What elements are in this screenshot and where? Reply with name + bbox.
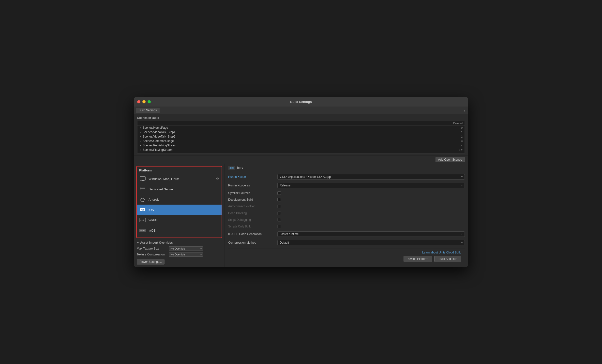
run-in-xcode-label[interactable]: Run in Xcode — [228, 175, 277, 179]
autoconnect-profiler-checkbox[interactable] — [277, 205, 281, 208]
close-button[interactable] — [137, 100, 140, 103]
script-debugging-value — [277, 218, 465, 222]
il2cpp-value: Faster runtime ▾ — [277, 231, 465, 237]
deep-profiling-value — [277, 211, 465, 215]
ios-icon: iOS — [139, 206, 146, 213]
scene-path-4: Scenes/PublishingStream — [143, 144, 176, 147]
scenes-in-build-label: Scenes In Build — [137, 116, 465, 120]
gear-icon: ⚙ — [216, 177, 219, 181]
platform-name-android: Android — [149, 198, 160, 201]
platform-item-android[interactable]: Android — [137, 194, 222, 205]
svg-rect-14 — [145, 199, 145, 201]
run-in-xcode-as-label: Run in Xcode as — [228, 184, 277, 187]
run-in-xcode-as-text: Release — [280, 184, 290, 187]
texture-compression-select-wrapper: No Override — [169, 252, 203, 257]
scene-num-1: 1 — [461, 131, 463, 134]
svg-point-11 — [142, 200, 142, 200]
cloud-build-link[interactable]: Learn about Unity Cloud Build — [422, 251, 461, 254]
scene-check-4: ✓ — [139, 144, 142, 147]
switch-platform-button[interactable]: Switch Platform — [404, 256, 432, 262]
bottom-bar: Learn about Unity Cloud Build Switch Pla… — [228, 249, 465, 265]
build-and-run-button[interactable]: Build And Run — [434, 256, 461, 262]
svg-rect-13 — [140, 199, 140, 201]
svg-line-10 — [144, 198, 144, 198]
android-icon — [139, 196, 146, 203]
il2cpp-dropdown[interactable]: Faster runtime ▾ — [277, 231, 465, 237]
svg-point-5 — [144, 188, 144, 188]
il2cpp-text: Faster runtime — [280, 232, 299, 236]
autoconnect-profiler-value — [277, 205, 465, 208]
scenes-section: Scenes In Build Deleted ✓ Scenes/HomePag… — [134, 114, 468, 156]
tvos-badge: tvOS — [139, 229, 146, 232]
scene-item: ✓ Scenes/PublishingStream 4 — [137, 143, 465, 148]
script-debugging-checkbox[interactable] — [277, 218, 281, 222]
scene-check-0: ✓ — [139, 126, 142, 129]
right-panel: iOS iOS Run in Xcode v.13.4 /Application… — [225, 164, 468, 267]
scene-num-0: 0 — [461, 126, 463, 129]
run-in-xcode-text: v.13.4 /Applications / Xcode-13.4.0.app — [280, 175, 331, 179]
platform-item-tvos[interactable]: tvOS tvOS — [137, 225, 222, 236]
scene-check-1: ✓ — [139, 131, 142, 134]
texture-compression-label: Texture Compression — [137, 253, 169, 256]
ios-panel-title: iOS — [237, 166, 243, 170]
action-buttons: Switch Platform Build And Run — [404, 256, 461, 262]
ios-header-badge: iOS — [228, 166, 235, 170]
content-area: Scenes In Build Deleted ✓ Scenes/HomePag… — [134, 114, 468, 267]
scene-num-3: 3 — [461, 140, 463, 142]
scene-path-0: Scenes/HomePage — [143, 126, 168, 129]
scene-item: ✓ Scenes/CommonUsage 3 — [137, 139, 465, 143]
il2cpp-label: IL2CPP Code Generation — [228, 232, 277, 236]
platform-item-windows[interactable]: Windows, Mac, Linux ⚙ — [137, 174, 222, 184]
run-in-xcode-dropdown[interactable]: v.13.4 /Applications / Xcode-13.4.0.app … — [277, 174, 465, 180]
run-in-xcode-value: v.13.4 /Applications / Xcode-13.4.0.app … — [277, 174, 465, 180]
tab-build-settings[interactable]: Build Settings — [136, 108, 160, 113]
scene-check-5: ✓ — [139, 148, 142, 152]
symlink-sources-checkbox[interactable] — [277, 191, 281, 195]
deleted-column-header: Deleted — [453, 122, 463, 125]
asset-import-label: ▼ Asset Import Overrides — [137, 241, 222, 244]
texture-size-select[interactable]: No Override — [169, 246, 203, 251]
texture-size-select-wrapper: No Override — [169, 246, 203, 251]
dropdown-arrow: ▾ — [461, 175, 463, 178]
compression-method-dropdown[interactable]: Default ▾ — [277, 240, 465, 245]
tab-bar: Build Settings ⋮ — [134, 107, 468, 114]
build-settings-window: Build Settings Build Settings ⋮ Scenes I… — [134, 97, 468, 267]
platform-item-dedicated-server[interactable]: Dedicated Server — [137, 184, 222, 194]
platform-name-webgl: WebGL — [149, 218, 159, 222]
development-build-value — [277, 198, 465, 201]
bottom-right: Learn about Unity Cloud Build Switch Pla… — [404, 251, 461, 262]
player-settings-row: Player Settings... — [137, 259, 222, 265]
svg-text:5: 5 — [143, 219, 144, 222]
server-icon — [139, 186, 146, 193]
svg-rect-8 — [141, 200, 145, 201]
scene-check-3: ✓ — [139, 140, 142, 143]
titlebar: Build Settings — [134, 97, 468, 107]
scripts-only-build-checkbox[interactable] — [277, 225, 281, 228]
platform-name-windows: Windows, Mac, Linux — [149, 177, 179, 181]
add-open-scenes-button[interactable]: Add Open Scenes — [436, 157, 465, 162]
platform-item-webgl[interactable]: HTML 5 WebGL — [137, 215, 222, 225]
platform-name-tvos: tvOS — [149, 229, 156, 232]
texture-compression-select[interactable]: No Override — [169, 252, 203, 257]
compression-method-text: Default — [280, 241, 289, 244]
platform-item-ios[interactable]: iOS iOS — [137, 205, 222, 215]
player-settings-button[interactable]: Player Settings... — [137, 259, 165, 265]
svg-point-12 — [143, 200, 144, 200]
maximize-button[interactable] — [148, 100, 151, 103]
scene-item: ✓ Scenes/VideoTalk_Step2 2 — [137, 134, 465, 139]
scene-path-3: Scenes/CommonUsage — [143, 139, 174, 143]
run-in-xcode-as-dropdown[interactable]: Release ▾ — [277, 183, 465, 188]
minimize-button[interactable] — [142, 100, 146, 103]
deep-profiling-checkbox[interactable] — [277, 211, 281, 215]
scene-check-2: ✓ — [139, 135, 142, 138]
traffic-lights — [137, 100, 151, 103]
main-area: Platform Windows, Mac, Linux ⚙ — [134, 164, 468, 267]
svg-rect-0 — [140, 177, 145, 180]
tvos-icon: tvOS — [139, 227, 146, 234]
settings-grid: Run in Xcode v.13.4 /Applications / Xcod… — [228, 173, 465, 247]
add-open-scenes-row: Add Open Scenes — [134, 156, 468, 164]
scene-item: ✓ Scenes/PlayingStream 5 ▾ — [137, 148, 465, 152]
development-build-checkbox[interactable] — [277, 198, 281, 201]
compression-method-value: Default ▾ — [277, 240, 465, 245]
tab-menu-icon[interactable]: ⋮ — [462, 108, 466, 113]
